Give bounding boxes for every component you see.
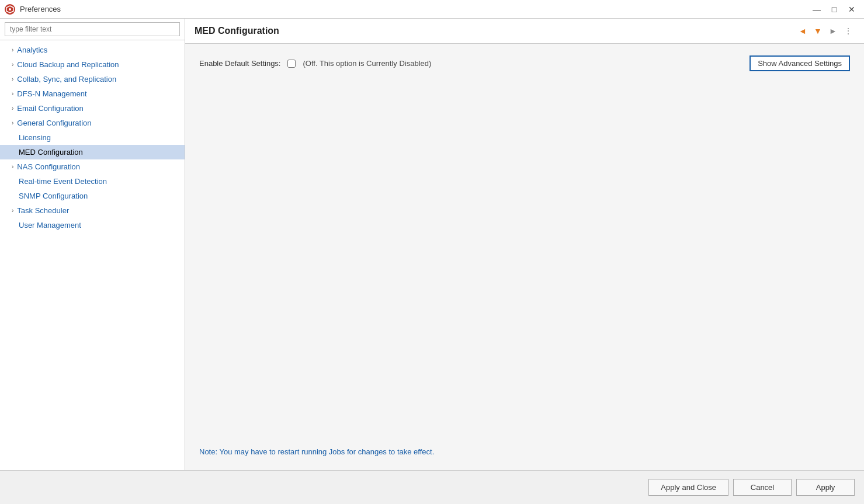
sidebar-item-cloud-backup[interactable]: ›Cloud Backup and Replication: [0, 57, 185, 72]
sidebar-item-email-config[interactable]: ›Email Configuration: [0, 101, 185, 116]
chevron-right-icon: ›: [12, 105, 13, 112]
window-title: Preferences: [20, 5, 61, 13]
chevron-right-icon: ›: [12, 164, 13, 170]
minimize-button[interactable]: —: [809, 3, 824, 16]
chevron-right-icon: ›: [12, 61, 13, 68]
apply-close-button[interactable]: Apply and Close: [648, 479, 728, 496]
sidebar-item-task-scheduler[interactable]: ›Task Scheduler: [0, 203, 185, 218]
note-text: Note: You may have to restart running Jo…: [199, 447, 434, 456]
title-bar-left: Preferences: [5, 4, 61, 15]
chevron-right-icon: ›: [12, 207, 13, 214]
footer: Apply and Close Cancel Apply: [0, 470, 864, 504]
sidebar-item-dfs-n[interactable]: ›DFS-N Management: [0, 86, 185, 101]
chevron-right-icon: ›: [12, 76, 13, 82]
back-dropdown-button[interactable]: ▼: [811, 25, 824, 37]
page-title: MED Configuration: [195, 26, 279, 36]
sidebar-item-nas-config[interactable]: ›NAS Configuration: [0, 159, 185, 174]
sidebar-item-realtime-event[interactable]: Real-time Event Detection: [0, 174, 185, 189]
sidebar-item-label: User Management: [19, 221, 81, 230]
close-button[interactable]: ✕: [844, 3, 859, 16]
content-header: MED Configuration ◄ ▼ ► ⋮: [185, 19, 864, 44]
chevron-right-icon: ›: [12, 91, 13, 97]
sidebar-item-label: MED Configuration: [19, 148, 83, 157]
sidebar-item-label: SNMP Configuration: [19, 192, 88, 200]
header-nav-actions: ◄ ▼ ► ⋮: [796, 25, 855, 37]
content-body: Enable Default Settings: (Off. This opti…: [185, 44, 864, 470]
sidebar-item-med-config[interactable]: MED Configuration: [0, 145, 185, 159]
sidebar-item-label: Collab, Sync, and Replication: [17, 75, 116, 84]
sidebar-item-snmp-config[interactable]: SNMP Configuration: [0, 189, 185, 203]
sidebar-item-user-management[interactable]: User Management: [0, 218, 185, 232]
main-container: ›Analytics›Cloud Backup and Replication›…: [0, 19, 864, 470]
settings-status-text: (Off. This option is Currently Disabled): [303, 59, 431, 68]
sidebar-items: ›Analytics›Cloud Backup and Replication›…: [0, 40, 185, 470]
enable-settings-row: Enable Default Settings: (Off. This opti…: [199, 55, 850, 71]
apply-button[interactable]: Apply: [796, 479, 855, 496]
search-input[interactable]: [5, 22, 180, 36]
sidebar: ›Analytics›Cloud Backup and Replication›…: [0, 19, 185, 470]
sidebar-item-label: General Configuration: [17, 119, 91, 127]
menu-button[interactable]: ⋮: [842, 25, 855, 37]
svg-point-1: [9, 8, 11, 11]
enable-label: Enable Default Settings:: [199, 59, 280, 68]
sidebar-item-label: Email Configuration: [17, 104, 83, 113]
sidebar-search-container: [0, 19, 185, 40]
sidebar-item-label: Analytics: [17, 46, 47, 54]
sidebar-item-label: Licensing: [19, 133, 51, 142]
content-area: MED Configuration ◄ ▼ ► ⋮ Enable Default…: [185, 19, 864, 470]
sidebar-item-collab-sync[interactable]: ›Collab, Sync, and Replication: [0, 72, 185, 86]
chevron-right-icon: ›: [12, 47, 13, 53]
sidebar-item-label: DFS-N Management: [17, 89, 86, 98]
maximize-button[interactable]: □: [827, 3, 842, 16]
cancel-button[interactable]: Cancel: [733, 479, 792, 496]
sidebar-item-label: Real-time Event Detection: [19, 177, 107, 186]
sidebar-item-general-config[interactable]: ›General Configuration: [0, 116, 185, 130]
enable-checkbox[interactable]: [287, 60, 296, 68]
sidebar-item-analytics[interactable]: ›Analytics: [0, 43, 185, 57]
sidebar-item-label: NAS Configuration: [17, 162, 80, 171]
sidebar-item-licensing[interactable]: Licensing: [0, 130, 185, 145]
chevron-right-icon: ›: [12, 120, 13, 126]
app-icon: [5, 4, 15, 15]
sidebar-item-label: Task Scheduler: [17, 206, 69, 215]
forward-button[interactable]: ►: [827, 25, 839, 37]
title-bar: Preferences — □ ✕: [0, 0, 864, 19]
back-button[interactable]: ◄: [796, 25, 809, 37]
show-advanced-button[interactable]: Show Advanced Settings: [750, 55, 850, 71]
sidebar-item-label: Cloud Backup and Replication: [17, 60, 119, 69]
title-bar-controls: — □ ✕: [809, 3, 859, 16]
